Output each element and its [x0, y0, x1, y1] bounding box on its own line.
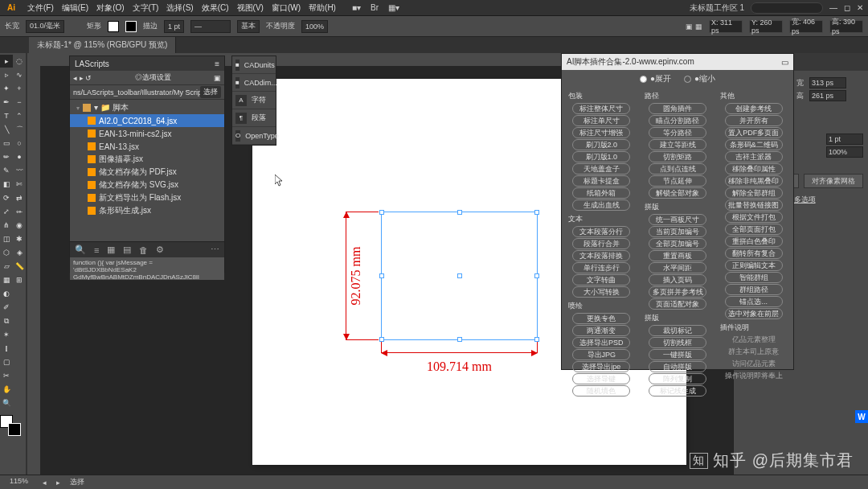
menu-object[interactable]: 对象(O): [96, 2, 124, 14]
window-min-icon[interactable]: —: [829, 3, 837, 12]
canvas-area[interactable]: 92.075 mm 109.714 mm LAScripts ≡ ◂ ▸ ↺ ◎…: [27, 53, 733, 475]
plugin-action-button[interactable]: 单行连步行: [572, 262, 630, 273]
selection-tool-icon[interactable]: ▸: [0, 55, 13, 68]
plugin-action-button[interactable]: 解除全部群组: [725, 187, 783, 199]
anchor-tool-icon[interactable]: ⌃: [13, 109, 26, 122]
zoom-tool-icon[interactable]: 🔍: [0, 397, 13, 409]
plugin-action-button[interactable]: 群组路径: [725, 284, 783, 295]
fill-swatch[interactable]: [108, 21, 119, 32]
type-tool-icon[interactable]: T: [0, 109, 13, 122]
scissors-icon[interactable]: ✄: [13, 178, 26, 191]
plugin-action-button[interactable]: 切割线框: [649, 337, 706, 348]
menu-edit[interactable]: 编辑(E): [62, 2, 88, 14]
plugin-action-button[interactable]: 选择导出PSD: [572, 337, 630, 348]
tree-file[interactable]: 储文档存储为 PDF.jsx: [70, 166, 224, 179]
menu-effect[interactable]: 效果(C): [202, 2, 229, 14]
width-tool-icon[interactable]: ⋔: [0, 219, 13, 232]
plugin-action-button[interactable]: 节点延伸: [649, 175, 706, 187]
shear-tool-icon[interactable]: ⬰: [13, 205, 26, 218]
scale-tool-icon[interactable]: ⤢: [0, 205, 13, 218]
prop-w[interactable]: 313 ps: [809, 77, 846, 88]
puppet-tool-icon[interactable]: ✱: [13, 232, 26, 245]
artboard-tool-icon[interactable]: ▢: [0, 355, 13, 368]
plugin-action-button[interactable]: 点到点连线: [649, 163, 706, 175]
menu-view[interactable]: 视图(V): [237, 2, 264, 14]
plugin-action-button[interactable]: 生成出血线: [572, 199, 630, 211]
plugin-action-button[interactable]: 选择导出jpe: [572, 361, 630, 372]
nav-next-icon[interactable]: ▸: [56, 479, 60, 487]
plugin-action-button[interactable]: 置入PDF多页面: [725, 127, 783, 138]
tree-file[interactable]: 新文档导出为 Flash.jsx: [70, 191, 224, 204]
color-swatch[interactable]: [0, 415, 21, 436]
tree-file[interactable]: 条形码生成.jsx: [70, 204, 224, 217]
scripts-sel-btn[interactable]: 选择: [200, 86, 221, 98]
plugin-action-button[interactable]: 等分路径: [649, 127, 706, 138]
tree-file[interactable]: 储文档存储为 SVG.jsx: [70, 179, 224, 191]
pixel-align-button[interactable]: 对齐像素网格: [804, 174, 864, 188]
plugin-action-button[interactable]: 插入页码: [649, 274, 706, 286]
plugin-action-button[interactable]: 智能群组: [725, 272, 783, 283]
stroke-weight[interactable]: 1 pt: [164, 20, 184, 33]
type-caddim[interactable]: ■CADdim...: [232, 74, 276, 92]
plugin-action-button[interactable]: 一键拼版: [649, 349, 706, 360]
opacity-value[interactable]: 100%: [301, 20, 328, 33]
pencil-tool-icon[interactable]: ✎: [0, 164, 13, 177]
plugin-action-button[interactable]: 刷刀版2.0: [572, 139, 630, 150]
plugin-action-button[interactable]: 水平间距: [649, 262, 706, 273]
print-tiling-icon[interactable]: ⊞: [13, 273, 26, 286]
plugin-action-button[interactable]: 批量替换链接图: [725, 199, 783, 211]
plugin-action-button[interactable]: 标注整体尺寸: [572, 103, 630, 114]
del-anchor-icon[interactable]: −: [13, 96, 26, 109]
plugin-action-button[interactable]: 根据文件打包: [725, 212, 783, 223]
lasso-tool-icon[interactable]: ◌: [13, 55, 26, 68]
plugin-action-button[interactable]: 阵列复制: [649, 373, 706, 384]
menu-window[interactable]: 窗口(W): [272, 2, 301, 14]
plugin-action-button[interactable]: 标注尺寸增强: [572, 127, 630, 138]
selected-rectangle[interactable]: [381, 212, 538, 340]
menu-help[interactable]: 帮助(H): [309, 2, 336, 14]
scripts-action-icon[interactable]: ▣: [214, 74, 221, 82]
direct-select-icon[interactable]: ▹: [0, 68, 13, 81]
grid-icon[interactable]: ▦: [107, 244, 115, 255]
type-paragraph[interactable]: ¶段落: [232, 109, 276, 127]
plugin-action-button[interactable]: 吉祥主派器: [725, 151, 783, 162]
scripts-nav-icons[interactable]: ◂ ▸ ↺: [73, 74, 92, 82]
stroke-style[interactable]: —: [190, 20, 231, 33]
workspace-label[interactable]: 未标题工作区 1: [690, 2, 744, 14]
plugin-action-button[interactable]: 全部页加编号: [649, 238, 706, 249]
type-opentype[interactable]: OOpenType: [232, 127, 276, 145]
trash-icon[interactable]: 🗑: [139, 245, 148, 255]
ruler-vertical[interactable]: [27, 53, 40, 475]
plugin-action-button[interactable]: 当前页加编号: [649, 226, 706, 237]
menu-file[interactable]: 文件(F): [27, 2, 54, 14]
plugin-action-button[interactable]: 圆角插件: [649, 103, 706, 114]
nav-prev-icon[interactable]: ◂: [43, 479, 47, 487]
plugin-action-button[interactable]: 裁切标记: [649, 325, 706, 336]
menu-select[interactable]: 选择(S): [166, 2, 193, 14]
plugin-action-button[interactable]: 重置画板: [649, 250, 706, 261]
hand-tool-icon[interactable]: ✋: [0, 383, 13, 396]
zoom-level[interactable]: 115%: [5, 477, 33, 488]
plugin-action-button[interactable]: 更换专色: [572, 313, 630, 324]
blob-brush-icon[interactable]: ●: [13, 150, 26, 163]
plugin-action-button[interactable]: 统一画板尺寸: [649, 214, 706, 225]
tab-expand[interactable]: ●展开: [640, 73, 671, 84]
plugin-action-button[interactable]: 多页拼并参考线: [649, 286, 706, 298]
search-input[interactable]: [751, 2, 823, 14]
symbol-spray-icon[interactable]: ✶: [0, 328, 13, 341]
ctrl-x[interactable]: X: 311 ps: [709, 20, 743, 33]
tree-file[interactable]: AI2.0_CC2018_64.jsx: [70, 114, 224, 127]
plugin-action-button[interactable]: 条形码&二维码: [725, 139, 783, 150]
book-icon[interactable]: ▤: [123, 244, 131, 255]
plugin-action-button[interactable]: 大小写转换: [572, 286, 630, 298]
live-paint-icon[interactable]: ◈: [13, 246, 26, 259]
plugin-action-button[interactable]: 全部页面打包: [725, 224, 783, 235]
add-anchor-icon[interactable]: +: [13, 82, 26, 95]
prefs-icon[interactable]: ■▾: [352, 3, 361, 12]
plugin-action-button[interactable]: 移除叠印属性: [725, 163, 783, 175]
document-tab[interactable]: 未标题-1* @ 115% (RGB/GPU 预览): [29, 37, 176, 53]
type-character[interactable]: A字符: [232, 92, 276, 109]
eraser-tool-icon[interactable]: ◧: [0, 178, 13, 191]
graphic-style[interactable]: 基本: [237, 20, 260, 33]
rotate-tool-icon[interactable]: ⟳: [0, 191, 13, 204]
